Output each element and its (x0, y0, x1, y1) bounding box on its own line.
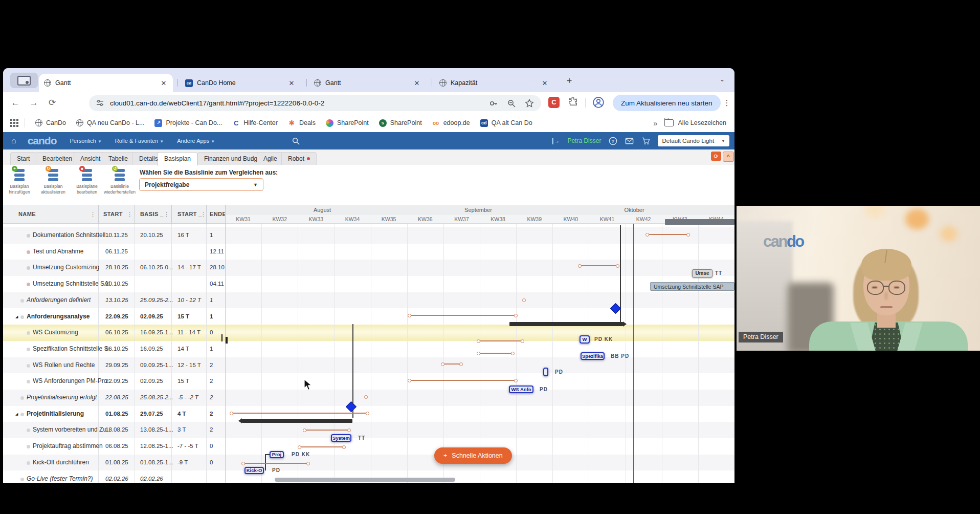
expand-arrow-icon[interactable]: ◢ (15, 315, 18, 319)
table-row[interactable]: Umsetzung Schnittstelle SAP20.10.2504.11 (3, 276, 225, 292)
actual-task-line[interactable] (409, 315, 516, 316)
table-row[interactable]: Dokumentation Schnitsttell...10.11.2520.… (3, 227, 225, 244)
baseline-bar[interactable] (509, 322, 623, 326)
table-row[interactable]: Projektauftrag abstimmen06.08.2512.08.25… (3, 438, 225, 455)
ribbon-tab-start[interactable]: Start (10, 152, 36, 165)
appbar-menu-rolle-favoriten[interactable]: Rolle & Favoriten ▼ (115, 138, 164, 144)
task-label-box[interactable] (543, 368, 548, 376)
address-bar[interactable]: cloud01.can-do.de/webClient17/gantt.html… (89, 95, 541, 111)
actual-task-line[interactable] (478, 340, 522, 341)
actual-task-line[interactable] (580, 265, 617, 266)
extensions-puzzle-icon[interactable] (568, 97, 577, 106)
ribbon-tab-bearbeiten[interactable]: Bearbeiten (36, 152, 79, 165)
appbar-menu-pers-nlich[interactable]: Persönlich ▼ (70, 138, 102, 144)
theme-selector[interactable]: Default Cando Light▼ (658, 135, 729, 146)
restart-to-update-button[interactable]: Zum Aktualisieren neu starten (613, 95, 721, 111)
actual-task-line[interactable] (647, 234, 688, 235)
milestone-diamond[interactable] (610, 303, 620, 313)
ribbon-tab-agile[interactable]: Agile (257, 152, 284, 165)
table-row[interactable]: ◢Projetinitialisierung01.08.2529.07.254 … (3, 406, 225, 422)
logout-icon[interactable]: |→ (552, 137, 560, 144)
tab-gantt[interactable]: Gantt✕ (39, 74, 173, 92)
mail-icon[interactable] (625, 137, 634, 145)
column-menu-icon[interactable]: ⋮ (127, 205, 132, 224)
ribbon-tab-robot[interactable]: Robot (281, 152, 317, 165)
table-row[interactable]: WS Customizing06.10.2516.09.25-1...11 - … (3, 325, 225, 341)
extension-icon[interactable]: C (548, 97, 560, 108)
column-menu-icon[interactable]: ⋮ (90, 205, 96, 224)
tab-search-chevron-icon[interactable]: ⌄ (717, 75, 727, 85)
table-row[interactable]: Spezifikation Schnittstelle S...06.10.25… (3, 341, 225, 357)
bookmark-deals[interactable]: ✱Deals (288, 119, 316, 127)
help-icon[interactable]: ? (609, 137, 617, 145)
ribbon-tab-tabelle[interactable]: Tabelle (102, 152, 135, 165)
close-icon[interactable]: ✕ (413, 79, 421, 87)
tab-gantt[interactable]: Gantt✕ (309, 74, 426, 92)
column-header-2[interactable]: BASIS _ (140, 205, 164, 224)
new-tab-button[interactable]: + (563, 75, 576, 88)
table-row[interactable]: Go-Live (fester Termin?)02.02.2602.02.26 (3, 471, 225, 483)
table-row[interactable]: Umsetzung Customizing28.10.2506.10.25-0.… (3, 260, 225, 276)
table-row[interactable]: Test und Abnahme06.11.2512.11 (3, 244, 225, 260)
tab-kapazität[interactable]: Kapazität✕ (434, 74, 554, 92)
button-basispläne-bearbeiten[interactable]: ■Basisplänebearbeiten (71, 167, 103, 195)
close-icon[interactable]: ✕ (541, 79, 549, 87)
task-label-box[interactable]: WS Anfo (509, 386, 533, 393)
button-basisplan-aktualisieren[interactable]: ↻Basisplanaktualisieren (37, 167, 70, 195)
milestone-diamond[interactable] (345, 401, 356, 412)
task-label-box[interactable]: Spezifika (581, 352, 605, 360)
table-row[interactable]: Kick-Off durchführen01.08.2501.08.25-1..… (3, 455, 225, 471)
passwords-key-icon[interactable] (489, 99, 498, 108)
task-label-box[interactable]: W (580, 335, 590, 344)
column-header-3[interactable]: START _ (177, 205, 202, 224)
task-label-box[interactable]: Proj (270, 451, 284, 458)
bookmark-sharepoint[interactable]: SharePoint (326, 119, 369, 127)
browser-menu-icon[interactable]: ⋮ (723, 97, 731, 109)
home-icon[interactable]: ⌂ (11, 136, 16, 145)
tab-cando-home[interactable]: cdCanDo Home✕ (180, 74, 301, 92)
quick-actions-button[interactable]: + Schnelle Aktionen (434, 447, 512, 464)
back-button[interactable]: ← (9, 97, 21, 109)
table-row[interactable]: Anforderungen definiert13.10.2525.09.25-… (3, 292, 225, 309)
bookmark-sharepoint[interactable]: sSharePoint (379, 119, 422, 127)
all-bookmarks-button[interactable]: Alle Lesezeichen (664, 119, 726, 126)
collapse-ribbon-button[interactable]: ^ (723, 152, 734, 162)
bookmark-qa-neu-cando-l-[interactable]: QA neu CanDo - L... (76, 119, 145, 126)
actual-task-line[interactable] (409, 380, 516, 381)
table-row[interactable]: System vorbereiten und Zu...18.08.2513.0… (3, 422, 225, 438)
bookmark-qa-alt-can-do[interactable]: cdQA alt Can Do (480, 119, 532, 127)
bookmark-star-icon[interactable] (525, 99, 534, 108)
actual-task-line[interactable] (478, 353, 513, 354)
task-bar-labeled[interactable]: Umsetzung Schnittstelle SAP (650, 282, 734, 291)
actual-task-line[interactable] (299, 446, 344, 447)
profile-icon[interactable] (592, 96, 605, 109)
expand-arrow-icon[interactable]: ◢ (15, 412, 18, 416)
close-icon[interactable]: ✕ (287, 79, 296, 87)
task-bar[interactable]: Umse (692, 269, 712, 277)
button-basisplan-hinzufügen[interactable]: +Basisplanhinzufügen (3, 167, 36, 195)
forward-button[interactable]: → (28, 97, 40, 109)
cart-icon[interactable] (641, 137, 650, 145)
column-menu-icon[interactable]: ⋮ (201, 205, 206, 224)
column-header-0[interactable]: NAME (18, 205, 36, 224)
baseline-select[interactable]: Projektfreigabe ▼ (139, 178, 263, 191)
bookmark-edoop-de[interactable]: ooedoop.de (432, 119, 470, 127)
column-header-4[interactable]: ENDE (210, 205, 226, 224)
ribbon-tab-basisplan[interactable]: Basisplan (158, 152, 197, 166)
zoom-icon[interactable] (507, 99, 516, 108)
screen-share-indicator[interactable] (10, 73, 38, 88)
actual-task-line[interactable] (231, 413, 367, 414)
task-label-box[interactable]: Kick-O (244, 467, 264, 474)
table-row[interactable]: WS Rollen und Rechte29.09.2509.09.25-1..… (3, 357, 225, 374)
table-row[interactable]: Projetinitialisierung erfolgt22.08.2525.… (3, 390, 225, 406)
column-menu-icon[interactable]: ⋮ (164, 205, 169, 224)
actual-task-line[interactable] (243, 463, 308, 464)
bookmark-projekte-can-do-[interactable]: ↗Projekte - Can Do... (154, 119, 222, 127)
task-label-box[interactable]: System (331, 434, 351, 442)
bookmark-hilfe-center[interactable]: CHilfe-Center (232, 119, 278, 127)
table-row[interactable]: WS Anforderungen PM-Pro...22.09.2502.09.… (3, 373, 225, 390)
reload-button[interactable]: ⟳ (46, 97, 58, 109)
appbar-menu-andere-apps[interactable]: Andere Apps ▼ (177, 138, 215, 144)
table-row[interactable]: ◢Anforderungsanalyse22.09.2502.09.2515 T… (3, 309, 225, 325)
search-icon[interactable] (292, 137, 300, 145)
